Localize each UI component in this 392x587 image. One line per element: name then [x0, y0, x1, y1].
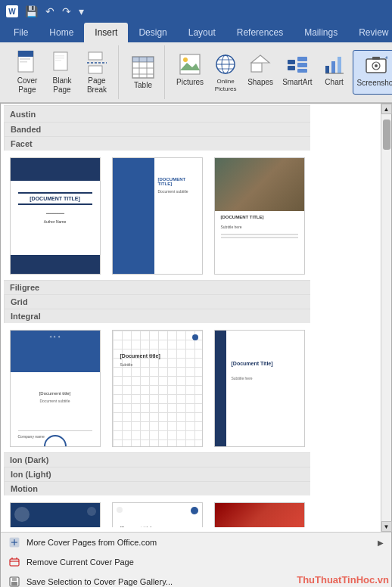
online-pictures-icon [213, 52, 238, 76]
dropdown-footer: More Cover Pages from Office.com ▶ Remov… [1, 532, 391, 587]
template-panel: Austin Banded Facet [DOCUMENT TITLE] ━━━… [0, 103, 392, 587]
chart-label: Chart [325, 78, 343, 87]
ribbon-tabs: File Home Insert Design Layout Reference… [0, 23, 392, 42]
page-break-button[interactable]: PageBreak [80, 48, 114, 97]
save-to-gallery-item[interactable]: Save Selection to Cover Page Gallery... [1, 572, 391, 587]
blank-page-icon [50, 51, 74, 75]
online-pictures-label: OnlinePictures [215, 78, 237, 92]
svg-rect-1 [18, 51, 33, 57]
svg-rect-50 [11, 582, 17, 585]
template-integral[interactable]: [Document Title] Subtitle here [210, 325, 309, 451]
undo-button[interactable]: ↶ [43, 5, 57, 17]
remove-cover-page-label: Remove Current Cover Page [26, 557, 134, 567]
save-to-gallery-icon [8, 576, 20, 587]
more-arrow-icon: ▶ [378, 539, 384, 547]
tab-layout[interactable]: Layout [178, 23, 226, 42]
tab-mailings[interactable]: Mailings [294, 23, 348, 42]
tab-design[interactable]: Design [128, 23, 177, 42]
section-header-filigree: Filigree [4, 280, 310, 294]
svg-point-19 [183, 57, 188, 62]
title-bar: W 💾 ↶ ↷ ▾ [0, 0, 392, 23]
scroll-up-arrow[interactable]: ▲ [381, 104, 392, 114]
template-filigree[interactable]: ✦ ✦ ✦ [Document title] Document subtitle… [5, 325, 104, 451]
page-break-icon [85, 51, 109, 75]
more-cover-pages-label: More Cover Pages from Office.com [26, 538, 157, 547]
motion-preview: [Document title] Subtitle [214, 502, 305, 527]
svg-marker-27 [251, 55, 269, 63]
section-header-motion: Motion [4, 481, 310, 495]
online-pictures-button[interactable]: OnlinePictures [209, 50, 242, 95]
svg-rect-10 [89, 66, 102, 73]
section-header-facet: Facet [4, 136, 310, 151]
filigree-preview: ✦ ✦ ✦ [Document title] Document subtitle… [10, 330, 101, 447]
svg-rect-4 [54, 52, 67, 70]
section-header-banded: Banded [4, 122, 310, 136]
svg-text:+: + [385, 55, 387, 61]
svg-rect-35 [338, 57, 341, 73]
ribbon-group-illustrations: Pictures OnlinePictures [168, 45, 392, 99]
svg-rect-28 [288, 60, 295, 64]
more-button[interactable]: ▾ [76, 5, 86, 17]
svg-rect-26 [251, 63, 262, 72]
tab-references[interactable]: References [226, 23, 294, 42]
tab-home[interactable]: Home [39, 23, 84, 42]
pictures-label: Pictures [176, 78, 204, 87]
pictures-button[interactable]: Pictures [173, 50, 207, 95]
shapes-icon [248, 52, 272, 76]
svg-rect-31 [297, 63, 307, 67]
template-austin[interactable]: [DOCUMENT TITLE] ━━━━━━━━ Author Name [5, 152, 104, 278]
table-button[interactable]: Table [126, 53, 160, 92]
svg-rect-45 [10, 559, 19, 566]
tab-review[interactable]: Review [348, 23, 392, 42]
smartart-label: SmartArt [282, 78, 312, 87]
template-grid: Austin Banded Facet [DOCUMENT TITLE] ━━━… [1, 104, 381, 527]
svg-rect-51 [12, 578, 17, 581]
tab-file[interactable]: File [3, 23, 39, 42]
template-banded[interactable]: [DOCUMENT TITLE] Document subtitle [107, 152, 207, 278]
ion-dark-preview: [Document title] Document subtitle Compa… [10, 502, 101, 527]
scrollbar[interactable]: ▲ ▼ [381, 104, 391, 532]
ribbon: CoverPage BlankPage [0, 42, 392, 103]
pictures-icon [178, 52, 202, 76]
svg-rect-5 [55, 55, 64, 57]
template-ion-light[interactable]: [Document title] Document subtitle here … [107, 497, 207, 527]
section-header-grid: Grid [4, 294, 310, 309]
section-header-integral: Integral [4, 309, 310, 323]
chart-button[interactable]: Chart [318, 50, 351, 95]
svg-rect-40 [372, 57, 380, 60]
shapes-button[interactable]: Shapes [244, 50, 277, 95]
ion-light-preview: [Document title] Document subtitle here … [112, 502, 203, 527]
svg-rect-17 [132, 57, 154, 62]
svg-rect-7 [55, 60, 61, 61]
remove-cover-page-item[interactable]: Remove Current Cover Page [1, 552, 391, 572]
save-to-gallery-label: Save Selection to Cover Page Gallery... [26, 577, 173, 586]
ribbon-group-table: Table [122, 45, 165, 99]
smartart-button[interactable]: SmartArt [278, 50, 316, 95]
chart-icon [322, 52, 347, 76]
smartart-icon [285, 52, 310, 76]
svg-rect-34 [331, 61, 335, 73]
blank-page-button[interactable]: BlankPage [45, 48, 79, 97]
more-cover-pages-item[interactable]: More Cover Pages from Office.com ▶ [1, 533, 391, 552]
section-header-ion-light: Ion (Light) [4, 467, 310, 481]
banded-preview: [DOCUMENT TITLE] Document subtitle [112, 157, 203, 275]
tab-insert[interactable]: Insert [84, 23, 128, 42]
redo-button[interactable]: ↷ [60, 5, 73, 17]
template-ion-dark[interactable]: [Document title] Document subtitle Compa… [5, 497, 104, 527]
template-motion[interactable]: [Document title] Subtitle [210, 497, 309, 527]
scroll-down-arrow[interactable]: ▼ [381, 521, 392, 532]
template-facet[interactable]: [DOCUMENT TITLE] Subtitle here [210, 152, 309, 278]
screenshot-icon: + [364, 53, 388, 77]
svg-rect-18 [180, 54, 200, 74]
integral-preview: [Document Title] Subtitle here [214, 330, 305, 447]
save-button[interactable]: 💾 [23, 5, 40, 17]
cover-page-button[interactable]: CoverPage [11, 48, 44, 97]
ribbon-group-pages: CoverPage BlankPage [6, 45, 119, 99]
grid-preview: [Document title] Subtitle [112, 330, 203, 447]
section-header-ion-dark: Ion (Dark) [4, 452, 310, 467]
svg-rect-6 [55, 57, 64, 59]
quick-access-toolbar: 💾 ↶ ↷ ▾ [23, 5, 86, 17]
app-icon: W [6, 5, 18, 17]
screenshot-button[interactable]: + Screenshot [353, 50, 392, 95]
template-grid[interactable]: [Document title] Subtitle [107, 325, 207, 451]
